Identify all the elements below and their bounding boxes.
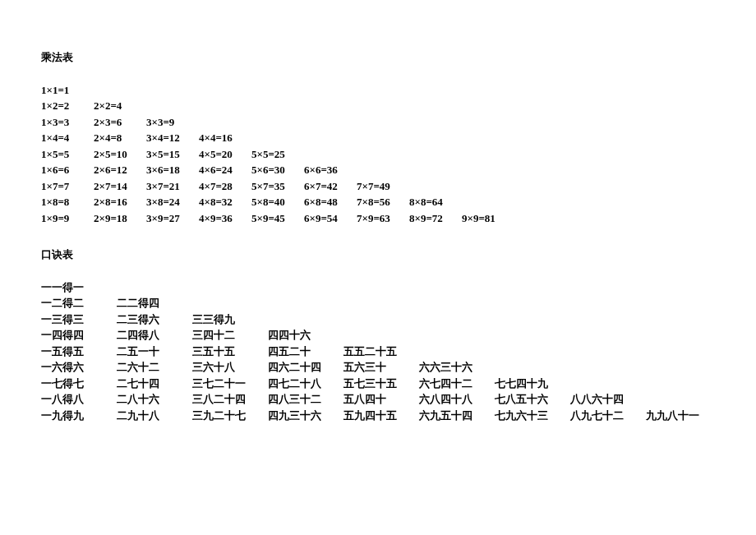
koujue-cell: 三七二十一: [192, 376, 268, 392]
koujue-cell: 一三得三: [41, 311, 117, 328]
mult-cell: 9×9=81: [462, 210, 514, 227]
mult-cell: 3×6=18: [146, 162, 199, 178]
mult-cell: 6×6=36: [304, 162, 357, 178]
mult-cell: 2×2=4: [94, 98, 146, 114]
koujue-cell: 二九十八: [117, 408, 192, 424]
mult-row: 1×5=52×5=103×5=154×5=205×5=25: [41, 146, 715, 163]
koujue-cell: 九九八十一: [646, 408, 721, 424]
mult-cell: 2×5=10: [94, 146, 146, 163]
koujue-cell: 二三得六: [117, 311, 192, 328]
koujue-cell: 二二得四: [117, 295, 192, 311]
koujue-cell: 二六十二: [117, 359, 192, 376]
koujue-cell: 七七四十九: [495, 376, 570, 392]
mult-cell: 1×9=9: [41, 210, 94, 227]
koujue-cell: 三六十八: [192, 359, 268, 376]
mult-cell: 3×5=15: [146, 146, 199, 163]
mult-cell: 4×6=24: [199, 162, 251, 178]
koujue-cell: 三九二十七: [192, 408, 268, 424]
koujue-row: 一五得五二五一十三五十五四五二十五五二十五: [41, 344, 715, 360]
mult-row: 1×3=32×3=63×3=9: [41, 114, 715, 131]
koujue-table: 一一得一一二得二二二得四一三得三二三得六三三得九一四得四二四得八三四十二四四十六…: [41, 279, 715, 424]
mult-cell: 3×3=9: [146, 114, 199, 131]
koujue-cell: 五五二十五: [343, 344, 419, 360]
koujue-cell: 八九七十二: [570, 408, 646, 424]
mult-cell: 1×7=7: [41, 178, 94, 195]
koujue-cell: 四七二十八: [268, 376, 343, 392]
mult-row: 1×9=92×9=183×9=274×9=365×9=456×9=547×9=6…: [41, 210, 715, 227]
mult-cell: 5×8=40: [251, 194, 304, 210]
mult-cell: 5×5=25: [251, 146, 304, 163]
koujue-cell: 六九五十四: [419, 408, 495, 424]
koujue-row: 一六得六二六十二三六十八四六二十四五六三十六六三十六: [41, 359, 715, 376]
koujue-cell: 二四得八: [117, 327, 192, 344]
koujue-cell: 一九得九: [41, 408, 117, 424]
koujue-cell: 四九三十六: [268, 408, 343, 424]
mult-cell: 2×6=12: [94, 162, 146, 178]
koujue-cell: 三八二十四: [192, 391, 268, 408]
koujue-cell: 三三得九: [192, 311, 268, 328]
mult-cell: 7×9=63: [357, 210, 409, 227]
mult-row: 1×4=42×4=83×4=124×4=16: [41, 130, 715, 146]
mult-cell: 7×7=49: [357, 178, 409, 195]
koujue-cell: 五六三十: [343, 359, 419, 376]
mult-cell: 5×7=35: [251, 178, 304, 195]
koujue-row: 一二得二二二得四: [41, 295, 715, 311]
koujue-row: 一八得八二八十六三八二十四四八三十二五八四十六八四十八七八五十六八八六十四: [41, 391, 715, 408]
koujue-cell: 二七十四: [117, 376, 192, 392]
mult-cell: 1×5=5: [41, 146, 94, 163]
mult-cell: 2×7=14: [94, 178, 146, 195]
mult-cell: 1×6=6: [41, 162, 94, 178]
koujue-row: 一九得九二九十八三九二十七四九三十六五九四十五六九五十四七九六十三八九七十二九九…: [41, 408, 715, 424]
mult-cell: 1×3=3: [41, 114, 94, 131]
koujue-cell: 一七得七: [41, 376, 117, 392]
koujue-row: 一一得一: [41, 279, 715, 296]
koujue-cell: 五九四十五: [343, 408, 419, 424]
mult-cell: 1×4=4: [41, 130, 94, 146]
koujue-cell: 一八得八: [41, 391, 117, 408]
mult-cell: 7×8=56: [357, 194, 409, 210]
koujue-cell: 一五得五: [41, 344, 117, 360]
mult-cell: 6×8=48: [304, 194, 357, 210]
koujue-row: 一四得四二四得八三四十二四四十六: [41, 327, 715, 344]
mult-cell: 2×8=16: [94, 194, 146, 210]
mult-cell: 4×8=32: [199, 194, 251, 210]
multiplication-title: 乘法表: [41, 49, 715, 66]
koujue-cell: 五八四十: [343, 391, 419, 408]
mult-cell: 1×1=1: [41, 82, 94, 99]
mult-cell: 4×5=20: [199, 146, 251, 163]
koujue-cell: 二五一十: [117, 344, 192, 360]
mult-cell: 4×7=28: [199, 178, 251, 195]
mult-cell: 8×8=64: [409, 194, 462, 210]
mult-row: 1×7=72×7=143×7=214×7=285×7=356×7=427×7=4…: [41, 178, 715, 195]
koujue-cell: 七八五十六: [495, 391, 570, 408]
mult-row: 1×6=62×6=123×6=184×6=245×6=306×6=36: [41, 162, 715, 178]
koujue-cell: 一一得一: [41, 279, 117, 296]
koujue-cell: 四四十六: [268, 327, 343, 344]
mult-cell: 1×2=2: [41, 98, 94, 114]
mult-cell: 6×9=54: [304, 210, 357, 227]
koujue-row: 一三得三二三得六三三得九: [41, 311, 715, 328]
koujue-cell: 一六得六: [41, 359, 117, 376]
mult-cell: 3×4=12: [146, 130, 199, 146]
mult-cell: 2×9=18: [94, 210, 146, 227]
mult-cell: 8×9=72: [409, 210, 462, 227]
mult-row: 1×8=82×8=163×8=244×8=325×8=406×8=487×8=5…: [41, 194, 715, 210]
mult-cell: 2×4=8: [94, 130, 146, 146]
koujue-cell: 二八十六: [117, 391, 192, 408]
mult-cell: 2×3=6: [94, 114, 146, 131]
mult-row: 1×2=22×2=4: [41, 98, 715, 114]
mult-cell: 3×7=21: [146, 178, 199, 195]
mult-row: 1×1=1: [41, 82, 715, 99]
koujue-cell: 五七三十五: [343, 376, 419, 392]
koujue-cell: 三五十五: [192, 344, 268, 360]
koujue-cell: 七九六十三: [495, 408, 570, 424]
mult-cell: 5×6=30: [251, 162, 304, 178]
koujue-cell: 一二得二: [41, 295, 117, 311]
mult-cell: 4×4=16: [199, 130, 251, 146]
koujue-row: 一七得七二七十四三七二十一四七二十八五七三十五六七四十二七七四十九: [41, 376, 715, 392]
mult-cell: 6×7=42: [304, 178, 357, 195]
koujue-cell: 四八三十二: [268, 391, 343, 408]
koujue-cell: 一四得四: [41, 327, 117, 344]
mult-cell: 5×9=45: [251, 210, 304, 227]
koujue-cell: 六八四十八: [419, 391, 495, 408]
